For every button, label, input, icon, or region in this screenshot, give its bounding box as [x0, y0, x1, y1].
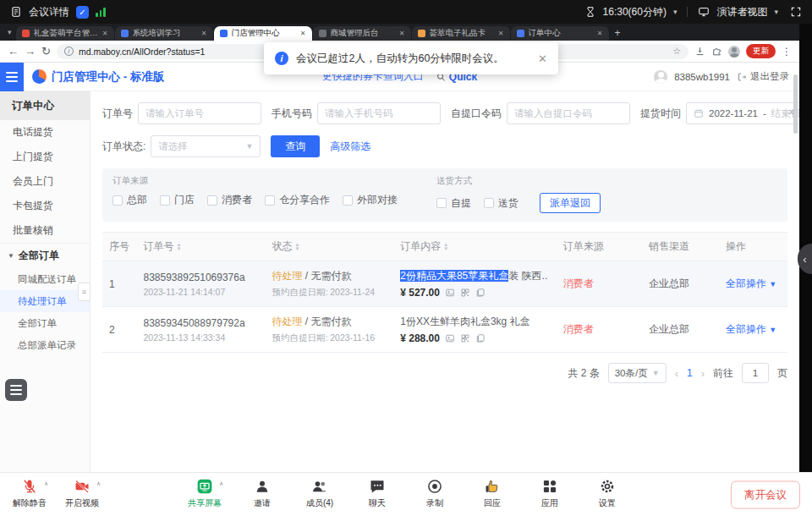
copy-icon[interactable]: [475, 288, 486, 298]
sidebar-item-phone-pickup[interactable]: 电话提货: [0, 120, 90, 145]
checkbox-icon[interactable]: [160, 195, 170, 206]
reload-icon[interactable]: ↻: [41, 46, 51, 57]
sort-icon[interactable]: ▲▼: [443, 243, 448, 251]
checkbox-source-store[interactable]: 门店: [160, 193, 195, 207]
tab-close-icon[interactable]: ✕: [300, 30, 306, 37]
page-size-select[interactable]: 30条/页▼: [608, 363, 667, 383]
site-info-icon[interactable]: i: [64, 47, 74, 56]
col-status[interactable]: 状态▲▼: [265, 233, 393, 261]
logout-button[interactable]: 退出登录: [737, 70, 789, 83]
checkbox-icon[interactable]: [207, 195, 217, 206]
search-button[interactable]: 查询: [271, 135, 320, 157]
browser-update-button[interactable]: 更新: [746, 44, 776, 58]
browser-tab-active[interactable]: 门店管理中心✕: [214, 26, 312, 41]
image-icon[interactable]: [445, 288, 455, 298]
image-icon[interactable]: [445, 333, 455, 343]
checkbox-icon[interactable]: [265, 195, 275, 206]
unmute-button[interactable]: ∧ 解除静音: [12, 478, 47, 509]
order-status-select[interactable]: 请选择 ▼: [151, 135, 261, 157]
members-button[interactable]: 成员(4): [302, 478, 337, 509]
sort-icon[interactable]: ▲▼: [177, 243, 182, 251]
sidebar-item-member-visit[interactable]: 会员上门: [0, 169, 90, 194]
hamburger-menu-button[interactable]: [0, 63, 24, 91]
browser-tab[interactable]: 系统培训学习✕: [115, 26, 213, 41]
tab-close-icon[interactable]: ✕: [597, 30, 603, 37]
checkbox-source-consumer[interactable]: 消费者: [207, 193, 252, 207]
checkbox-icon[interactable]: [343, 195, 353, 206]
browser-tab[interactable]: 商城管理后台✕: [313, 26, 411, 41]
security-check-badge[interactable]: ✓: [76, 6, 89, 19]
reactions-button[interactable]: 回应: [475, 478, 510, 509]
chevron-up-icon[interactable]: ∧: [96, 480, 101, 487]
goto-page-input[interactable]: [742, 363, 769, 383]
chat-button[interactable]: 聊天: [359, 478, 395, 509]
checkbox-icon[interactable]: [484, 198, 494, 208]
phone-input[interactable]: [317, 102, 441, 124]
browser-profile-avatar[interactable]: [728, 46, 740, 58]
tab-close-icon[interactable]: ✕: [498, 30, 504, 37]
table-row[interactable]: 1 83859389251069376a 2023-11-21 14:14:07…: [102, 261, 787, 307]
fullscreen-icon[interactable]: [790, 6, 802, 18]
current-page[interactable]: 1: [687, 367, 693, 379]
invite-button[interactable]: 邀请: [244, 478, 280, 509]
advanced-filter-link[interactable]: 高级筛选: [330, 140, 370, 154]
col-content[interactable]: 订单内容▲▼: [393, 233, 556, 261]
all-actions-dropdown[interactable]: 全部操作 ▼: [726, 277, 776, 289]
timer-caret-icon[interactable]: ▾: [673, 8, 678, 16]
sidebar-item-door-pickup[interactable]: 上门提货: [0, 145, 90, 169]
dispatch-return-button[interactable]: 派单退回: [540, 193, 601, 213]
browser-tab[interactable]: 荟萃电子礼品卡✕: [412, 26, 510, 41]
browser-tab[interactable]: 订单中心✕: [511, 26, 609, 41]
qrcode-icon[interactable]: [460, 288, 470, 298]
sidebar-item-pending-orders[interactable]: 待处理订单: [0, 290, 90, 312]
next-page-icon[interactable]: ›: [701, 367, 705, 380]
panel-expand-handle[interactable]: ‹: [798, 244, 812, 274]
checkbox-icon[interactable]: [436, 198, 447, 208]
bookmark-star-icon[interactable]: ☆: [672, 46, 681, 57]
leave-meeting-button[interactable]: 离开会议: [731, 480, 800, 508]
download-icon[interactable]: [694, 46, 705, 57]
checkbox-source-share-coop[interactable]: 仓分享合作: [265, 193, 330, 207]
username[interactable]: 8385wb1991: [674, 72, 730, 82]
date-start-value[interactable]: 2022-11-21: [709, 108, 758, 118]
floating-menu-button[interactable]: [5, 379, 27, 401]
record-button[interactable]: 录制: [417, 478, 453, 509]
settings-button[interactable]: 设置: [590, 478, 625, 509]
checkbox-delivery[interactable]: 送货: [484, 196, 518, 211]
order-no-input[interactable]: [138, 102, 261, 124]
tab-close-icon[interactable]: ✕: [201, 30, 207, 37]
sidebar-item-city-delivery[interactable]: 同城配送订单: [0, 268, 90, 290]
new-tab-icon[interactable]: +: [615, 27, 621, 39]
chevron-up-icon[interactable]: ∧: [44, 480, 48, 487]
chevron-up-icon[interactable]: ∧: [219, 480, 223, 487]
browser-menu-icon[interactable]: ⋮: [782, 46, 792, 58]
prev-page-icon[interactable]: ‹: [675, 367, 678, 380]
browser-scrollbar[interactable]: [793, 74, 798, 134]
date-range-picker[interactable]: 2022-11-21 - 结束日期: [686, 102, 799, 124]
qrcode-icon[interactable]: [460, 333, 470, 343]
checkbox-source-hq[interactable]: 总部: [112, 193, 147, 207]
share-screen-button[interactable]: ∧ 共享屏幕: [187, 478, 222, 509]
copy-icon[interactable]: [475, 333, 486, 343]
checkbox-self-pickup[interactable]: 自提: [436, 196, 471, 211]
meeting-details-label[interactable]: 会议详情: [29, 5, 69, 19]
pickup-code-input[interactable]: [507, 102, 630, 124]
view-mode-label[interactable]: 演讲者视图: [716, 5, 767, 19]
sidebar-item-batch-verify[interactable]: 批量核销: [0, 218, 90, 243]
tab-close-icon[interactable]: ✕: [102, 30, 108, 37]
order-content-highlighted[interactable]: 2份精品大果85苹果礼盒: [400, 270, 508, 282]
sidebar-item-all-orders[interactable]: 全部订单: [0, 312, 90, 334]
checkbox-source-external[interactable]: 外部对接: [343, 193, 398, 207]
extensions-icon[interactable]: [711, 46, 722, 57]
forward-icon[interactable]: →: [25, 46, 36, 57]
checkbox-icon[interactable]: [112, 195, 123, 206]
table-row[interactable]: 2 83859345088979792a 2023-11-13 14:33:34…: [102, 307, 787, 353]
sidebar-item-card-pickup[interactable]: 卡包提货: [0, 194, 90, 218]
sidebar-item-hq-dispatch-log[interactable]: 总部派单记录: [0, 334, 90, 356]
start-video-button[interactable]: ∧ 开启视频: [64, 478, 100, 509]
meeting-timer[interactable]: 16:30(60分钟): [603, 5, 667, 19]
tab-search-icon[interactable]: ▾: [8, 28, 12, 36]
sidebar-group-all-orders[interactable]: ▼ 全部订单: [0, 243, 90, 268]
sort-icon[interactable]: ▲▼: [294, 243, 299, 251]
user-avatar[interactable]: [654, 70, 667, 84]
